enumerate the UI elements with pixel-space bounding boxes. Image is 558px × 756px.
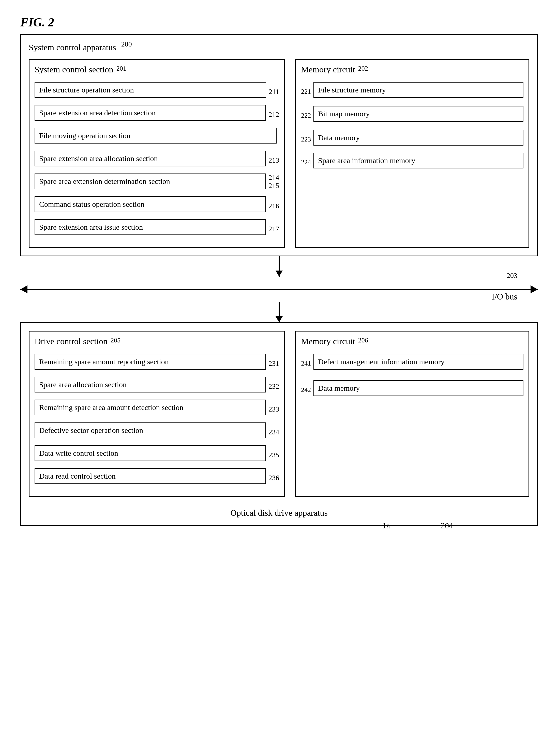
dc-ref-2: 233: [269, 405, 279, 413]
dc-ref-5: 236: [269, 474, 279, 482]
memory-circuit-bottom: Memory circuit 206 241 Defect management…: [295, 331, 529, 497]
mem-top-ref-2: 223: [301, 136, 311, 143]
bottom-ref2: 204: [441, 521, 453, 531]
iobus-ref: 203: [507, 272, 517, 280]
dc-box-4: Data write control section: [34, 445, 266, 461]
mem-top-ref-1: 222: [301, 112, 311, 119]
mem-top-row-0: 221 File structure memory: [301, 82, 524, 101]
fig-title: FIG. 2: [20, 15, 538, 29]
sc-item-2: File moving operation section: [34, 128, 279, 147]
sc-item-4: Spare area extension determination secti…: [34, 173, 279, 193]
iobus-arrow-right: [531, 285, 538, 293]
mem-top-box-0: File structure memory: [313, 82, 524, 98]
dc-ref-4: 235: [269, 451, 279, 459]
bidir-arrow-0: 222 Bit map memory: [301, 106, 524, 125]
dc-item-2: Remaining spare area amount detection se…: [34, 400, 279, 419]
system-control-label: System control section: [34, 65, 113, 75]
iobus-area: I/O bus 203: [20, 277, 538, 302]
drive-control-label: Drive control section: [34, 336, 107, 346]
mem-bot-row-0: 241 Defect management information memory: [301, 354, 524, 373]
mem-top-ref-0: 221: [301, 88, 311, 96]
memory-circuit-top-ref: 202: [358, 65, 368, 73]
mem-bot-box-0: Defect management information memory: [313, 354, 524, 370]
sc-box-0: File structure operation section: [34, 82, 266, 98]
sc-ref-5: 216: [269, 202, 279, 210]
dc-ref-0: 231: [269, 359, 279, 368]
dc-ref-3: 234: [269, 428, 279, 436]
bottom-apparatus-label: Optical disk drive apparatus: [230, 508, 327, 518]
bottom-ref1: 1a: [382, 521, 390, 531]
mem-top-box-1: Bit map memory: [313, 106, 524, 122]
iobus-arrow-left: [20, 285, 27, 293]
bottom-apparatus-footer: Optical disk drive apparatus 1a 204: [29, 503, 529, 518]
sc-box-2: File moving operation section: [34, 128, 277, 143]
iobus-line: [20, 289, 538, 290]
mem-top-row-2: 223 Data memory: [301, 130, 524, 149]
sc-box-1: Spare extension area detection section: [34, 105, 266, 121]
mem-top-ref-3: 224: [301, 159, 311, 166]
memory-inner-top: 221 File structure memory 222 Bit map me…: [301, 82, 524, 172]
sc-item-1: Spare extension area detection section 2…: [34, 105, 279, 124]
sc-box-4: Spare area extension determination secti…: [34, 173, 266, 189]
v-arrow-down-bottom: [276, 316, 283, 322]
iobus-label: I/O bus: [492, 292, 517, 301]
dc-item-3: Defective sector operation section 234: [34, 423, 279, 442]
memory-circuit-top-label: Memory circuit: [301, 65, 355, 75]
top-apparatus: System control apparatus 200 System cont…: [20, 34, 538, 256]
system-control-ref: 201: [117, 65, 126, 73]
dc-box-1: Spare area allocation section: [34, 377, 266, 393]
system-control-box: System control section 201 File structur…: [29, 59, 285, 248]
drive-control-ref: 205: [110, 336, 121, 344]
bottom-apparatus: Drive control section 205 Remaining spar…: [20, 322, 538, 526]
memory-circuit-bottom-label: Memory circuit: [301, 336, 355, 346]
sc-item-0: File structure operation section 211: [34, 82, 279, 101]
mem-bot-box-1: Data memory: [313, 380, 524, 396]
sc-ref-6: 217: [269, 225, 279, 233]
drive-control-box: Drive control section 205 Remaining spar…: [29, 331, 285, 497]
sc-box-5: Command status operation section: [34, 196, 266, 212]
sc-ref-0: 211: [269, 88, 279, 96]
mem-top-row-3: 224 Spare area information memory: [301, 153, 524, 172]
dc-box-5: Data read control section: [34, 468, 266, 484]
memory-inner-bottom: 241 Defect management information memory…: [301, 354, 524, 400]
sc-item-5: Command status operation section 216: [34, 196, 279, 216]
dc-item-5: Data read control section 236: [34, 468, 279, 487]
memory-circuit-top: Memory circuit 202 221 File structure me…: [295, 59, 529, 248]
sc-item-3: Spare extension area allocation section …: [34, 151, 279, 170]
sc-box-3: Spare extension area allocation section: [34, 151, 266, 166]
sc-ref-3: 213: [269, 156, 279, 164]
dc-item-0: Remaining spare amount reporting section…: [34, 354, 279, 373]
mem-top-box-2: Data memory: [313, 130, 524, 145]
bottom-refs: 1a 204: [382, 521, 453, 531]
v-connector-bottom: [20, 302, 538, 322]
top-apparatus-ref: 200: [121, 40, 132, 48]
mem-bot-row-1: 242 Data memory: [301, 380, 524, 400]
memory-circuit-bottom-ref: 206: [358, 336, 368, 344]
sc-item-6: Spare extension area issue section 217: [34, 219, 279, 239]
mem-top-box-3: Spare area information memory: [313, 153, 524, 168]
dc-item-1: Spare area allocation section 232: [34, 377, 279, 396]
dc-box-3: Defective sector operation section: [34, 423, 266, 438]
dc-box-0: Remaining spare amount reporting section: [34, 354, 266, 370]
dc-item-4: Data write control section 235: [34, 445, 279, 465]
dc-box-2: Remaining spare area amount detection se…: [34, 400, 266, 415]
top-apparatus-label: System control apparatus: [29, 43, 116, 52]
v-arrow-down-top: [276, 271, 283, 277]
sc-ref-1: 212: [269, 110, 279, 119]
dc-ref-1: 232: [269, 382, 279, 390]
mem-bot-ref-1: 242: [301, 386, 311, 394]
mem-bot-ref-0: 241: [301, 360, 311, 367]
sc-ref-4a: 214: [269, 173, 279, 182]
sc-ref-4b: 215: [269, 182, 279, 190]
sc-box-6: Spare extension area issue section: [34, 219, 266, 235]
v-connector-top: [20, 256, 538, 277]
